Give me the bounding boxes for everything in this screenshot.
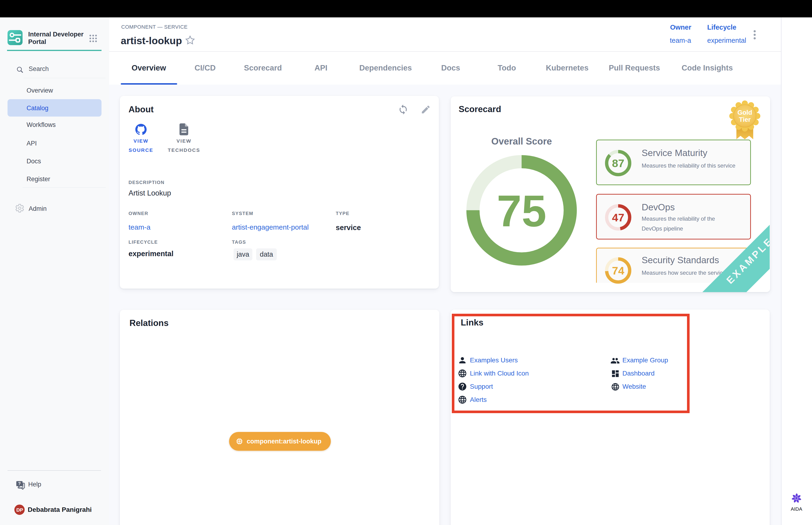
svg-text:?: ? xyxy=(18,481,21,486)
